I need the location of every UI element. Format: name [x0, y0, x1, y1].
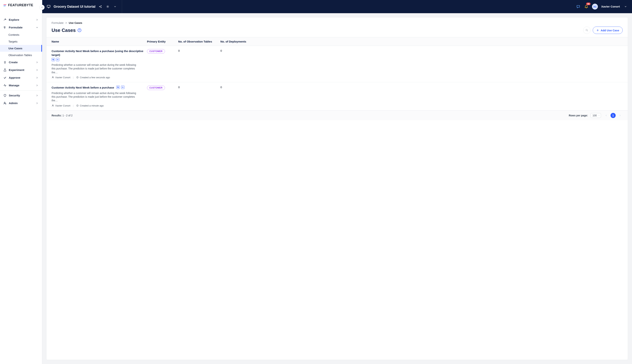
pagination: 1 — [603, 113, 623, 118]
row-author: Xavier Conort — [55, 104, 71, 107]
context-dropdown[interactable] — [113, 4, 117, 9]
sidebar-sub-contexts[interactable]: Contexts — [0, 31, 42, 38]
svg-point-5 — [99, 6, 100, 7]
chevron-left-icon — [41, 6, 43, 8]
chevron-right-icon — [35, 61, 39, 64]
main-area: Grocery Dataset UI tutorial — [42, 0, 632, 364]
svg-rect-4 — [47, 5, 50, 7]
add-use-case-button[interactable]: Add Use Case — [593, 26, 623, 34]
col-primary-entity[interactable]: Primary Entity — [147, 40, 178, 43]
chevron-right-icon — [35, 84, 39, 87]
results-range: 1 - 2 of 2 — [62, 114, 73, 117]
svg-point-2 — [4, 102, 5, 103]
row-description: Predicting whether a customer will remai… — [52, 91, 141, 102]
rpp-value: 100 — [592, 114, 597, 117]
svg-point-16 — [53, 105, 53, 106]
sidebar-item-experiment[interactable]: Experiment — [0, 66, 42, 74]
sidebar-item-label: Formulate — [9, 26, 23, 29]
row-author: Xavier Conort — [55, 76, 71, 79]
lightbulb-icon — [3, 61, 7, 64]
search-icon — [585, 29, 588, 32]
brand-logo[interactable]: FEATUREBYTE — [3, 3, 33, 7]
row-obs-count: 0 — [178, 49, 221, 52]
svg-rect-11 — [53, 59, 54, 60]
row-created: Created a minute ago — [80, 104, 104, 107]
id-icon[interactable]: ID — [56, 58, 59, 61]
sidebar-item-label: Create — [9, 61, 18, 64]
flask-icon — [3, 68, 7, 72]
table-header: Name Primary Entity No. of Observation T… — [46, 38, 628, 46]
sidebar-item-security[interactable]: Security — [0, 92, 42, 99]
user-name: Xavier Conort — [601, 5, 620, 8]
svg-point-1 — [4, 62, 6, 63]
user-menu-dropdown[interactable] — [623, 4, 628, 9]
copy-icon[interactable] — [52, 58, 55, 61]
svg-rect-14 — [118, 87, 119, 88]
rows-per-page-select[interactable]: 100 — [590, 113, 601, 118]
monitor-icon — [46, 4, 51, 9]
help-icon[interactable]: ? — [78, 28, 81, 32]
clock-icon — [76, 104, 79, 107]
col-obs-tables[interactable]: No. of Observation Tables — [178, 40, 221, 43]
clock-icon — [76, 76, 79, 79]
chat-icon[interactable] — [576, 4, 581, 9]
col-name[interactable]: Name — [52, 40, 147, 43]
gear-icon[interactable] — [105, 4, 110, 9]
table-footer: Results: 1 - 2 of 2 Rows per page: 100 — [46, 110, 628, 120]
svg-point-3 — [6, 104, 6, 104]
chevron-right-icon — [35, 68, 39, 72]
sidebar-collapse-button[interactable] — [40, 5, 45, 10]
sidebar-sub-targets[interactable]: Targets — [0, 38, 42, 45]
col-deployments[interactable]: No. of Deployments — [221, 40, 623, 43]
table-row[interactable]: Customer Activity Next Week before a pur… — [46, 46, 628, 82]
sidebar-item-label: Manage — [9, 84, 20, 87]
use-cases-table: Name Primary Entity No. of Observation T… — [46, 37, 628, 120]
search-button[interactable] — [583, 26, 590, 34]
sidebar-item-admin[interactable]: Admin — [0, 99, 42, 107]
pager-page-current[interactable]: 1 — [610, 113, 616, 118]
breadcrumb-root[interactable]: Formulate — [52, 22, 64, 24]
svg-rect-15 — [117, 87, 118, 88]
pager-next[interactable] — [617, 113, 623, 118]
sidebar-sub-observation-tables[interactable]: Observation Tables — [0, 52, 42, 58]
user-icon — [3, 102, 7, 105]
hammer-icon — [3, 18, 7, 22]
shield-icon — [3, 94, 7, 97]
results-label: Results: — [52, 114, 62, 117]
check-icon — [3, 76, 7, 79]
svg-point-6 — [101, 6, 101, 6]
sidebar-item-manage[interactable]: Manage — [0, 82, 42, 89]
page-title: Use Cases — [52, 28, 76, 33]
plus-icon — [596, 29, 599, 32]
rpp-label: Rows per page: — [569, 114, 588, 117]
sidebar-item-explore[interactable]: Explore — [0, 16, 42, 24]
sidebar-submenu-formulate: Contexts Targets Use Cases Observation T… — [0, 31, 42, 58]
row-title: Customer Activity Next Week before a pur… — [52, 86, 114, 90]
table-row[interactable]: Customer Activity Next Week before a pur… — [46, 82, 628, 110]
sidebar-item-label: Experiment — [9, 68, 24, 72]
id-icon[interactable]: ID — [121, 86, 124, 89]
svg-rect-10 — [53, 59, 54, 60]
notification-badge: 46 — [586, 2, 590, 5]
sidebar-item-create[interactable]: Create — [0, 58, 42, 66]
pager-prev[interactable] — [603, 113, 609, 118]
chevron-right-icon — [35, 94, 39, 97]
chevron-right-icon — [35, 18, 39, 22]
author-user-icon — [52, 76, 54, 79]
sidebar-item-label: Admin — [9, 102, 18, 105]
content-card: Formulate > Use Cases Use Cases ? — [46, 17, 628, 360]
topbar-separator — [122, 0, 122, 13]
activity-icon — [3, 84, 7, 87]
copy-icon[interactable] — [116, 86, 120, 89]
sidebar-item-approve[interactable]: Approve — [0, 74, 42, 82]
sidebar-item-formulate[interactable]: Formulate — [0, 24, 42, 31]
avatar[interactable]: XC — [592, 4, 598, 10]
entity-pill: CUSTOMER — [147, 49, 165, 54]
logo-icon — [3, 4, 7, 7]
select-caret-icon — [598, 114, 600, 116]
sidebar-sub-use-cases[interactable]: Use Cases — [0, 45, 42, 52]
share-icon[interactable] — [98, 4, 103, 9]
row-created: Created a few seconds ago — [80, 76, 110, 79]
chevron-right-icon — [35, 102, 39, 105]
row-title: Customer Activity Next Week before a pur… — [52, 49, 147, 57]
